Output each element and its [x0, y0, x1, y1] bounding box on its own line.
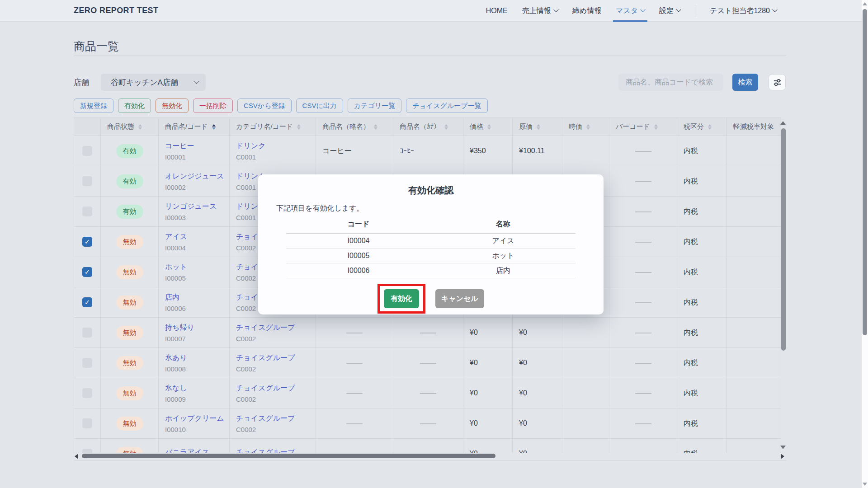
- nav-item-設定[interactable]: 設定: [659, 0, 680, 22]
- dash-placeholder: [635, 393, 651, 394]
- modal-item-name: 店内: [431, 263, 576, 278]
- product-name-link[interactable]: オレンジジュース: [165, 172, 229, 181]
- column-header: カテゴリ名/コード: [230, 118, 316, 136]
- product-code: I00010: [165, 426, 229, 433]
- sort-arrows-icon[interactable]: [654, 124, 658, 130]
- product-name-link[interactable]: 持ち帰り: [165, 323, 229, 333]
- toolbar-button-有効化[interactable]: 有効化: [118, 99, 151, 113]
- row-checkbox[interactable]: [82, 418, 92, 428]
- nav-item-売上情報[interactable]: 売上情報: [522, 0, 558, 22]
- dash-placeholder: [346, 333, 363, 333]
- confirm-activate-button[interactable]: 有効化: [384, 289, 419, 308]
- page-scroll-up-icon[interactable]: [863, 2, 867, 5]
- category-name-link[interactable]: チョイスグループ: [236, 448, 316, 453]
- nav-item-締め情報[interactable]: 締め情報: [572, 0, 601, 22]
- toolbar-button-チョイスグループ一覧[interactable]: チョイスグループ一覧: [406, 99, 487, 113]
- sort-up-icon: [444, 124, 448, 127]
- price-cell: ¥0: [463, 378, 513, 408]
- status-cell: 有効: [101, 197, 159, 227]
- sort-arrows-icon[interactable]: [297, 124, 301, 130]
- barcode-cell: [609, 166, 677, 197]
- product-code: I00007: [165, 335, 229, 343]
- toolbar-button-新規登録[interactable]: 新規登録: [74, 99, 113, 113]
- page-scroll-down-icon[interactable]: [863, 483, 867, 486]
- table-scroll-down-icon[interactable]: [780, 446, 786, 449]
- row-checkbox[interactable]: [82, 176, 92, 186]
- category-name-link[interactable]: チョイスグループ: [236, 323, 316, 333]
- barcode-cell: [609, 197, 677, 227]
- barcode-cell: [609, 378, 677, 408]
- chevron-down-icon: [553, 7, 558, 12]
- scroll-left-icon[interactable]: [75, 454, 78, 459]
- sort-arrows-icon[interactable]: [537, 124, 540, 130]
- row-checkbox-cell: [74, 166, 101, 197]
- row-checkbox[interactable]: [82, 358, 92, 368]
- product-name-link[interactable]: バニラアイス: [165, 448, 229, 453]
- category-name-link[interactable]: チョイスグループ: [236, 414, 316, 423]
- product-name-link[interactable]: 氷なし: [165, 384, 229, 393]
- tax-type-cell: 内税: [677, 257, 727, 287]
- category-name-link[interactable]: チョイスグループ: [236, 384, 316, 393]
- row-checkbox-cell: [74, 197, 101, 227]
- row-checkbox[interactable]: [82, 146, 92, 156]
- price-cell: ¥0: [463, 439, 513, 453]
- product-name-link[interactable]: コーヒー: [165, 141, 229, 151]
- sort-arrows-icon[interactable]: [708, 124, 712, 130]
- row-checkbox[interactable]: ✓: [82, 297, 92, 307]
- toolbar-button-一括削除[interactable]: 一括削除: [193, 99, 233, 113]
- row-checkbox[interactable]: [82, 388, 92, 398]
- sort-arrows-icon[interactable]: [138, 124, 142, 130]
- product-name-link[interactable]: 氷あり: [165, 353, 229, 363]
- status-cell: 有効: [101, 166, 159, 197]
- toolbar-button-カテゴリ一覧[interactable]: カテゴリ一覧: [348, 99, 401, 113]
- horizontal-scrollbar-thumb[interactable]: [82, 454, 495, 458]
- search-input[interactable]: [618, 74, 723, 91]
- sort-arrows-icon[interactable]: [212, 124, 216, 130]
- row-checkbox[interactable]: [82, 449, 92, 453]
- row-checkbox-cell: ✓: [74, 227, 101, 257]
- row-checkbox[interactable]: ✓: [82, 267, 92, 277]
- modal-item-code: I00004: [286, 234, 431, 249]
- table-scroll-up-icon[interactable]: [780, 121, 786, 125]
- price-cell: ¥0: [463, 408, 513, 439]
- product-name-link[interactable]: アイス: [165, 232, 229, 242]
- filter-button[interactable]: [769, 74, 786, 90]
- reduced-tax-cell: [727, 197, 781, 227]
- product-name-link[interactable]: ホット: [165, 263, 229, 272]
- sort-arrows-icon[interactable]: [444, 124, 448, 130]
- product-name-link[interactable]: リンゴジュース: [165, 202, 229, 211]
- reduced-tax-cell: [727, 136, 781, 166]
- dash-placeholder: [346, 363, 363, 364]
- search-button[interactable]: 検索: [732, 74, 758, 91]
- sort-up-icon: [212, 124, 216, 127]
- toolbar-button-CSVから登録[interactable]: CSVから登録: [237, 99, 292, 113]
- toolbar-button-CSVに出力[interactable]: CSVに出力: [296, 99, 343, 113]
- scroll-right-icon[interactable]: [781, 454, 784, 459]
- nav-item-HOME[interactable]: HOME: [486, 0, 508, 22]
- row-checkbox[interactable]: ✓: [82, 237, 92, 247]
- row-checkbox[interactable]: [82, 328, 92, 338]
- horizontal-scrollbar[interactable]: [74, 453, 786, 459]
- nav-item-マスタ[interactable]: マスタ: [616, 0, 645, 22]
- reduced-tax-cell: [727, 348, 781, 378]
- sort-arrows-icon[interactable]: [374, 124, 377, 130]
- modal-items-body: I00004アイスI00005ホットI00006店内: [286, 234, 576, 278]
- category-name-link[interactable]: ドリンク: [236, 141, 316, 151]
- user-menu[interactable]: テスト担当者1280: [710, 0, 777, 22]
- category-name-link[interactable]: チョイスグループ: [236, 353, 316, 363]
- page-scrollbar-thumb[interactable]: [863, 9, 867, 335]
- kana-cell: [393, 378, 463, 408]
- column-header-label: 原価: [519, 122, 533, 130]
- product-name-link[interactable]: 店内: [165, 293, 229, 302]
- page-scrollbar[interactable]: [862, 0, 868, 488]
- sort-arrows-icon[interactable]: [487, 124, 491, 130]
- row-checkbox-cell: [74, 408, 101, 439]
- table-vertical-scrollbar-thumb[interactable]: [781, 128, 786, 351]
- cancel-button[interactable]: キャンセル: [435, 289, 484, 308]
- store-select[interactable]: 谷町キッチンA店舗: [101, 74, 206, 91]
- product-name-link[interactable]: ホイップクリーム: [165, 414, 229, 423]
- row-checkbox[interactable]: [82, 206, 92, 216]
- sort-arrows-icon[interactable]: [586, 124, 590, 130]
- column-header-label: 時価: [569, 122, 582, 130]
- toolbar-button-無効化[interactable]: 無効化: [156, 99, 189, 113]
